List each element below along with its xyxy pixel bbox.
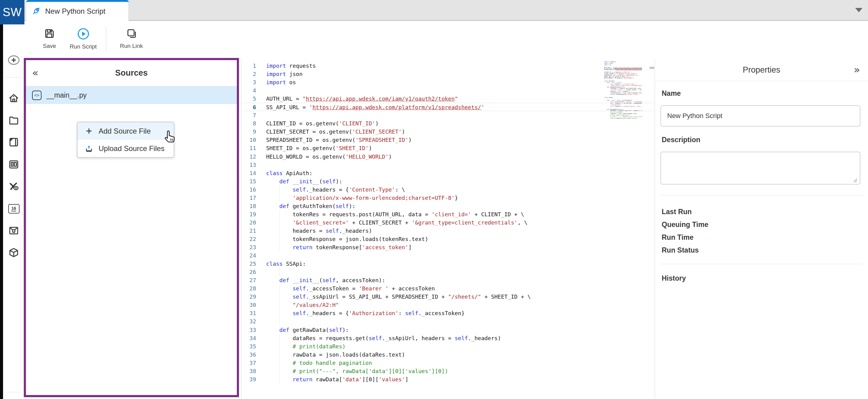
calendar-day-label: 16 (11, 206, 16, 211)
properties-divider (660, 264, 863, 264)
code-line[interactable]: 37 # todo handle pagination (241, 359, 655, 367)
code-line[interactable]: 10SPREADSHEET_ID = os.getenv('SPREADSHEE… (241, 136, 655, 144)
code-line[interactable]: 26 (241, 268, 655, 276)
certified-report-icon[interactable] (7, 224, 20, 237)
left-nav-rail: 16 (3, 24, 24, 399)
code-line[interactable]: 33 def getRawData(self): (241, 326, 655, 334)
toolbar: Save Run Script Run Link (3, 21, 868, 59)
home-icon[interactable] (7, 92, 20, 105)
code-line[interactable]: 12HELLO_WORLD = os.getenv('HELLO_WORLD') (241, 153, 655, 161)
history-label: History (662, 274, 686, 282)
code-line[interactable]: 8CLIENT_ID = os.getenv('CLIENT_ID') (241, 119, 655, 128)
files-folder-icon[interactable] (7, 114, 20, 127)
code-line[interactable]: 5AUTH_URL = "https://api.app.wdesk.com/i… (241, 95, 655, 103)
code-line[interactable]: 3import os (241, 78, 655, 86)
source-file-main-py[interactable]: <> __main__.py (26, 86, 237, 104)
code-line[interactable]: 22 tokenResponse = json.loads(tokenRes.t… (241, 235, 655, 243)
code-editor[interactable]: 1import requests2import json3import os45… (241, 59, 655, 399)
tab-label: New Python Script (45, 7, 105, 15)
code-line[interactable]: 19 tokenRes = requests.post(AUTH_URL, da… (241, 210, 655, 219)
code-line[interactable]: 35 # print(dataRes) (241, 342, 655, 351)
left-edge-strip (0, 24, 3, 399)
run-status-label: Run Status (662, 244, 708, 257)
app-window: SW New Python Script Save (0, 0, 868, 399)
code-line[interactable]: 16 self._headers = {'Content-Type': \ (241, 186, 655, 194)
save-icon (43, 28, 56, 40)
code-line[interactable]: 21 headers = self._headers) (241, 227, 655, 235)
documents-icon[interactable] (7, 136, 20, 148)
mouse-cursor-hand (163, 129, 177, 144)
rail-divider-bottom (6, 392, 21, 392)
code-line[interactable]: 29 self._ssApiUrl = SS_API_URL + SPREADS… (241, 293, 655, 301)
code-line[interactable]: 39 return rawData['data'][0]['values'] (241, 375, 655, 384)
save-label: Save (43, 43, 56, 49)
code-line[interactable]: 4 (241, 86, 655, 95)
name-label: Name (662, 89, 681, 98)
tab-bar (24, 0, 868, 21)
run-link-icon (125, 28, 138, 40)
run-script-icon (77, 28, 90, 40)
properties-title: Properties (655, 59, 868, 81)
sources-title: Sources (26, 60, 237, 86)
code-line[interactable]: 38 # print("---", rawData['data'][0]['va… (241, 367, 655, 375)
sources-header: « Sources (26, 60, 237, 86)
run-link-label: Run Link (120, 43, 143, 49)
code-line[interactable]: 15 def __init__(self): (241, 177, 655, 186)
tab-new-python-script[interactable]: New Python Script (26, 0, 129, 21)
code-line[interactable]: 28 self._accessToken = 'Bearer ' + acces… (241, 284, 655, 293)
editor-scrollbar-thumb[interactable] (649, 67, 654, 69)
properties-panel: Properties » Name Description Last Run Q… (655, 59, 868, 399)
packages-icon[interactable] (7, 246, 20, 259)
code-line[interactable]: 23 return tokenResponse['access_token'] (241, 243, 655, 252)
code-line[interactable]: 31 self._headers = {'Authorization': sel… (241, 309, 655, 317)
code-line[interactable]: 36 rawData = json.loads(dataRes.text) (241, 351, 655, 359)
description-field[interactable] (660, 152, 860, 185)
run-script-button[interactable]: Run Script (63, 28, 104, 50)
properties-divider (660, 195, 863, 196)
minimap[interactable]: import requestsimport jsonimport osAUTH_… (604, 61, 642, 122)
sources-panel: « Sources <> __main__.py (24, 58, 239, 397)
last-run-label: Last Run (662, 205, 708, 218)
code-line[interactable]: 14class ApiAuth: (241, 169, 655, 177)
code-line[interactable]: 30 "/values/A2:H" (241, 301, 655, 309)
xbrl-viewer-icon[interactable] (7, 180, 20, 193)
code-line[interactable]: 2import json (241, 70, 655, 78)
name-field[interactable] (660, 105, 860, 127)
add-source-file-label: Add Source File (99, 127, 151, 135)
code-line[interactable]: 32 (241, 317, 655, 326)
add-source-file-item[interactable]: Add Source File (78, 122, 174, 140)
code-line[interactable]: 25class SSApi: (241, 260, 655, 268)
code-line[interactable]: 17 'application/x-www-form-urlencoded;ch… (241, 194, 655, 202)
plus-icon (85, 127, 93, 135)
properties-header: Properties » (655, 59, 868, 81)
create-button[interactable] (7, 54, 20, 67)
run-link-button[interactable]: Run Link (115, 28, 147, 49)
toolbar-divider (106, 26, 106, 52)
code-line[interactable]: 18 def getAuthToken(self): (241, 202, 655, 210)
workiva-logo: SW (0, 0, 24, 24)
code-line[interactable]: 11SHEET_ID = os.getenv('SHEET_ID') (241, 144, 655, 152)
code-line[interactable]: 1import requests (241, 62, 655, 70)
run-time-label: Run Time (662, 231, 708, 244)
minimap-lines: import requestsimport jsonimport osAUTH_… (604, 61, 642, 119)
upload-source-files-label: Upload Source Files (99, 144, 164, 153)
code-line[interactable]: 27 def __init__(self, accessToken): (241, 276, 655, 284)
collapse-right-icon[interactable]: » (854, 64, 860, 75)
code-line[interactable]: 7 (241, 111, 655, 119)
tab-overflow-caret-icon[interactable] (855, 8, 863, 12)
rail-divider (6, 77, 21, 77)
save-button[interactable]: Save (37, 28, 62, 49)
code-line[interactable]: 24 (241, 252, 655, 260)
dashboards-icon[interactable] (7, 158, 20, 171)
code-line[interactable]: 6SS_API_URL = 'https://api.app.wdesk.com… (241, 103, 655, 111)
code-line[interactable]: 13 (241, 161, 655, 169)
description-label: Description (662, 136, 701, 144)
upload-source-files-item[interactable]: Upload Source Files (78, 140, 174, 157)
calendar-icon[interactable]: 16 (7, 202, 20, 215)
code-line[interactable]: 9CLIENT_SECRET = os.getenv('CLIENT_SECRE… (241, 128, 655, 136)
code-line[interactable]: 20 '&client_secret=' + CLIENT_SECRET + '… (241, 219, 655, 227)
sources-context-menu: Add Source File Upload Source Files (77, 122, 174, 158)
code-lines[interactable]: 1import requests2import json3import os45… (241, 62, 655, 384)
queuing-time-label: Queuing Time (662, 218, 708, 231)
code-line[interactable]: 34 dataRes = requests.get(self._ssApiUrl… (241, 334, 655, 342)
